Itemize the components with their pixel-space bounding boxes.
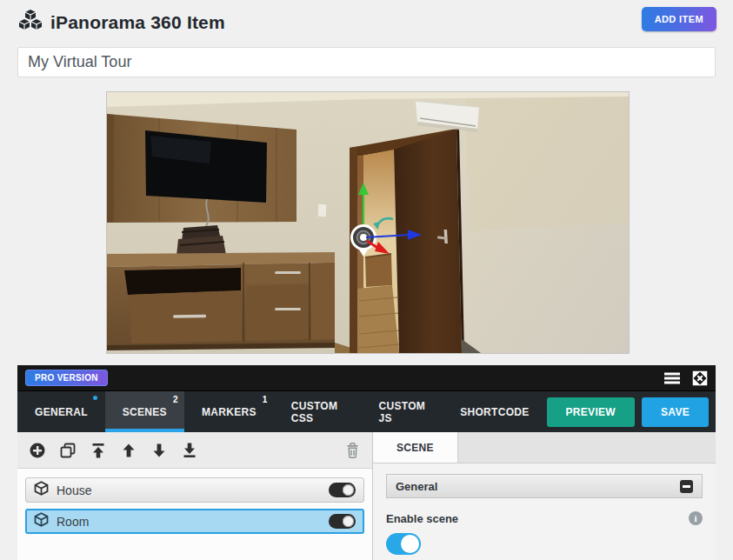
markers-count-badge: 1	[263, 395, 268, 404]
preview-button[interactable]: PREVIEW	[547, 397, 635, 427]
fullscreen-icon[interactable]	[692, 370, 708, 386]
tab-custom-css[interactable]: CUSTOM CSS	[274, 391, 362, 432]
panorama-viewport[interactable]	[106, 91, 630, 354]
page-title: iPanorama 360 Item	[50, 12, 225, 33]
menu-icon[interactable]	[663, 371, 681, 385]
collapse-section-button[interactable]	[680, 480, 693, 493]
duplicate-scene-icon[interactable]	[59, 442, 77, 459]
tab-shortcode[interactable]: SHORTCODE	[443, 391, 546, 432]
scene-enabled-toggle[interactable]	[329, 483, 356, 497]
inspector-tab-scene[interactable]: SCENE	[373, 432, 458, 463]
scene-row-room[interactable]: Room	[25, 509, 364, 534]
scene-cube-icon	[34, 481, 49, 499]
scene-list: House Room	[17, 469, 372, 549]
move-up-icon[interactable]	[120, 442, 137, 459]
tab-general[interactable]: GENERAL	[17, 391, 105, 432]
panorama-image	[107, 92, 629, 353]
info-icon[interactable]	[689, 511, 703, 525]
move-to-bottom-icon[interactable]	[181, 442, 198, 459]
tab-scenes[interactable]: SCENES 2	[105, 391, 184, 432]
pro-version-button[interactable]: PRO VERSION	[25, 370, 108, 386]
inspector-tabstrip: SCENE	[373, 432, 716, 463]
scene-row-house[interactable]: House	[25, 477, 364, 503]
save-button[interactable]: SAVE	[642, 397, 709, 427]
section-general-header[interactable]: General	[386, 474, 703, 498]
move-down-icon[interactable]	[150, 442, 168, 459]
tab-custom-js[interactable]: CUSTOM JS	[362, 391, 443, 432]
cubes-icon	[19, 10, 43, 35]
tour-title-input[interactable]	[17, 47, 716, 77]
enable-scene-toggle[interactable]	[386, 533, 421, 555]
scene-enabled-toggle[interactable]	[329, 514, 356, 529]
add-scene-icon[interactable]	[29, 442, 46, 459]
widget-topbar: PRO VERSION	[17, 365, 716, 391]
widget-tabs: GENERAL SCENES 2 MARKERS 1 CUSTOM CSS CU…	[17, 391, 716, 432]
general-notification-dot	[93, 396, 97, 400]
scene-name: Room	[57, 515, 89, 529]
add-item-button[interactable]: ADD ITEM	[642, 7, 716, 31]
scene-name: House	[57, 483, 91, 497]
scenes-count-badge: 2	[173, 395, 178, 404]
tab-markers[interactable]: MARKERS 1	[184, 391, 274, 432]
ipanorama-admin-page: iPanorama 360 Item ADD ITEM	[0, 0, 733, 560]
scene-cube-icon	[34, 512, 49, 530]
delete-scene-icon[interactable]	[344, 442, 361, 459]
enable-scene-label: Enable scene	[386, 512, 458, 525]
move-to-top-icon[interactable]	[90, 442, 107, 459]
page-header: iPanorama 360 Item	[19, 10, 225, 35]
settings-widget: PRO VERSION	[17, 365, 716, 560]
inspector-panel: SCENE General Enable scene	[373, 432, 716, 560]
scene-toolbar	[17, 432, 372, 469]
scene-list-panel: House Room	[17, 432, 373, 560]
